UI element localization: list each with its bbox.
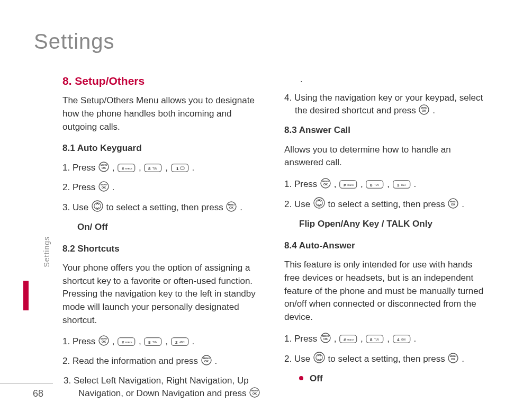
text: 1. Press: [62, 336, 98, 346]
text: 3. Select Left Navigation, Right Navigat…: [64, 376, 249, 399]
text: ,: [112, 336, 117, 346]
text: 1. Press: [284, 179, 320, 189]
text: Off: [310, 373, 323, 383]
text: ,: [334, 179, 339, 189]
svg-text:TUV: TUV: [152, 167, 158, 170]
text: 2. Use: [284, 199, 313, 209]
svg-text:8: 8: [370, 182, 373, 187]
key-8-icon: 8TUV: [144, 164, 162, 172]
svg-text:SPACE: SPACE: [125, 167, 132, 170]
menu-ok-key-icon: [448, 353, 458, 363]
text: .: [432, 105, 435, 115]
s82-step2: 2. Read the information and press .: [62, 355, 264, 368]
svg-text:TUV: TUV: [374, 184, 380, 186]
s84-intro: This feature is only intended for use wi…: [284, 258, 486, 324]
svg-text:#: #: [344, 182, 346, 187]
text: to select a setting, then press: [106, 202, 226, 212]
text: to select a setting, then press: [328, 199, 448, 209]
nav-key-icon: [92, 200, 103, 212]
menu-ok-key-icon: [249, 387, 260, 398]
text: ,: [139, 163, 143, 173]
key-2-icon: 2ABC: [171, 337, 189, 346]
text: ,: [360, 179, 365, 189]
text: .: [192, 336, 194, 346]
s83-step1: 1. Press , #SPACE , 8TUV , 3DEF .: [284, 178, 486, 191]
body-columns: 8. Setup/Others The Setup/Others Menu al…: [62, 73, 486, 401]
key-8-icon: 8TUV: [366, 180, 384, 189]
menu-ok-key-icon: [320, 178, 331, 189]
section-8-2-heading: 8.2 Shortcuts: [62, 243, 264, 256]
svg-text:GHI: GHI: [401, 338, 405, 341]
text: to select a setting, then press: [328, 354, 448, 364]
s84-bullet-off: Off: [299, 372, 486, 386]
svg-text:SPACE: SPACE: [347, 338, 354, 341]
text: 1. Press: [62, 163, 98, 173]
text: 2. Use: [284, 354, 313, 364]
key-4-icon: 4GHI: [393, 335, 411, 343]
text: ,: [334, 334, 339, 344]
section-8-3-heading: 8.3 Answer Call: [284, 124, 486, 137]
text: .: [300, 74, 303, 84]
text: ,: [112, 163, 117, 173]
svg-text:DEF: DEF: [401, 184, 406, 186]
menu-ok-key-icon: [98, 335, 109, 346]
menu-ok-key-icon: [201, 355, 212, 365]
svg-text:#: #: [122, 166, 124, 171]
text: .: [192, 163, 194, 173]
hash-key-icon: #SPACE: [118, 164, 136, 172]
svg-text:#: #: [344, 337, 346, 342]
svg-text:#: #: [122, 340, 124, 345]
text: 1. Press: [284, 334, 320, 344]
section-8-1-heading: 8.1 Auto Keyguard: [62, 142, 264, 155]
s83-options: Flip Open/Any Key / TALK Only: [299, 218, 486, 231]
s83-intro: Allows you to determine how to handle an…: [284, 144, 486, 169]
text: .: [240, 202, 242, 212]
hash-key-icon: #SPACE: [339, 335, 357, 343]
footer-rule: [0, 383, 53, 383]
s81-step1: 1. Press , #SPACE , 8TUV , 1 .: [62, 162, 264, 175]
key-1-icon: 1: [171, 164, 189, 172]
s82-step4: 4. Using the navigation key or your keyp…: [284, 92, 486, 118]
section-8-4-heading: 8.4 Auto-Answer: [284, 239, 486, 253]
svg-text:SPACE: SPACE: [125, 341, 132, 344]
menu-ok-key-icon: [98, 181, 109, 192]
nav-key-icon: [313, 352, 325, 363]
text: ,: [387, 334, 392, 344]
text: .: [413, 179, 416, 189]
svg-text:2: 2: [175, 340, 178, 345]
hash-key-icon: #SPACE: [118, 337, 136, 346]
menu-ok-key-icon: [419, 104, 429, 115]
hash-key-icon: #SPACE: [339, 180, 357, 189]
text: ,: [360, 334, 365, 344]
svg-text:3: 3: [397, 182, 400, 187]
page-number: 68: [33, 388, 43, 399]
text: ,: [139, 336, 143, 346]
svg-text:8: 8: [148, 340, 151, 345]
text: 2. Press: [62, 182, 98, 192]
s84-step2: 2. Use to select a setting, then press .: [284, 352, 486, 366]
text: ,: [165, 336, 170, 346]
text: .: [413, 334, 416, 344]
text: ,: [165, 163, 170, 173]
menu-ok-key-icon: [226, 201, 237, 212]
s81-step3: 3. Use to select a setting, then press .: [62, 200, 264, 215]
key-8-icon: 8TUV: [366, 335, 384, 343]
s83-step2: 2. Use to select a setting, then press .: [284, 197, 486, 211]
text: .: [112, 182, 115, 192]
key-3-icon: 3DEF: [393, 180, 411, 189]
menu-ok-key-icon: [320, 333, 331, 343]
svg-text:1: 1: [176, 166, 179, 171]
page-title: Settings: [34, 30, 115, 53]
svg-text:SPACE: SPACE: [347, 184, 354, 186]
svg-text:TUV: TUV: [152, 341, 158, 344]
s82-step1: 1. Press , #SPACE , 8TUV , 2ABC .: [62, 335, 264, 348]
key-8-icon: 8TUV: [144, 337, 162, 346]
svg-text:4: 4: [397, 337, 400, 342]
s84-step1: 1. Press , #SPACE , 8TUV , 4GHI .: [284, 333, 486, 346]
text: 4. Using the navigation key or your keyp…: [284, 93, 483, 116]
section-8-intro: The Setup/Others Menu allows you to desi…: [62, 94, 264, 133]
text: 3. Use: [62, 202, 91, 212]
s81-options: On/ Off: [77, 221, 264, 234]
section-8-heading: 8. Setup/Others: [62, 73, 264, 89]
svg-text:ABC: ABC: [179, 341, 185, 344]
